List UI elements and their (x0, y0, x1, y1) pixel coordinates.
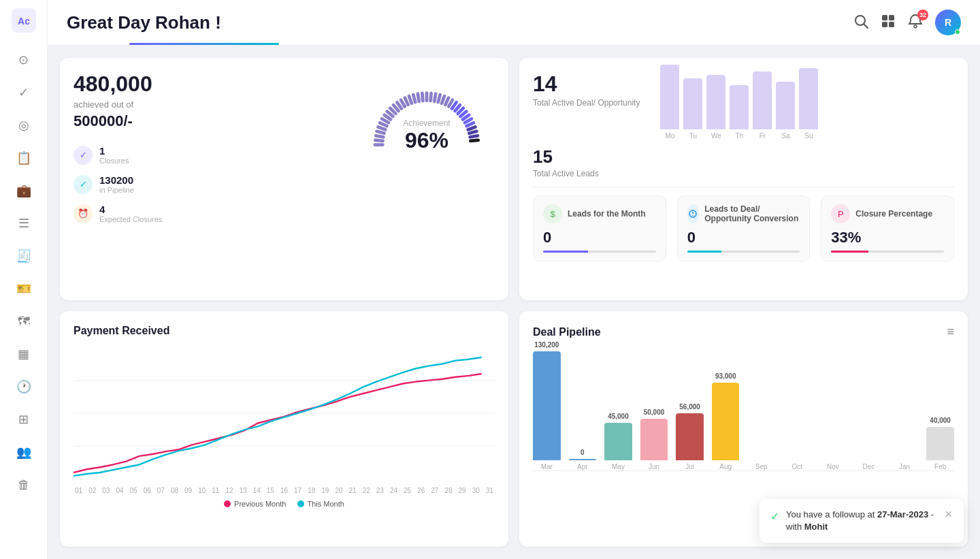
sidebar-item-targets[interactable]: ◎ (10, 112, 37, 139)
toast-date: 27-Mar-2023 (877, 509, 928, 520)
x-label: 29 (459, 487, 466, 494)
x-label: 09 (184, 487, 192, 494)
lead-label: Total Active Leads (533, 169, 954, 178)
notification-count: 32 (917, 10, 928, 20)
svg-rect-4 (882, 15, 887, 20)
lead-count-section: 15 Total Active Leads (533, 146, 954, 178)
svg-line-14 (380, 123, 387, 126)
svg-line-15 (382, 119, 389, 123)
pipeline-bar-value: 93,000 (715, 372, 736, 380)
sidebar-item-table[interactable]: ⊞ (10, 406, 37, 433)
pipeline-metric: ✓ 130200 in Pipeline (74, 174, 162, 194)
svg-line-43 (470, 135, 478, 137)
svg-line-41 (468, 127, 476, 130)
chart-legend: Previous Month This Month (74, 500, 495, 508)
x-label: 16 (280, 487, 288, 494)
svg-line-33 (448, 100, 453, 107)
svg-line-22 (405, 98, 408, 105)
pipeline-bar-label: Jul (685, 463, 694, 470)
bar-day-label: Fr (760, 132, 766, 140)
bar-day-label: Su (804, 132, 813, 140)
sidebar-item-clipboard[interactable]: 📋 (10, 144, 37, 172)
pipeline-bar-col-may: 45,000 May (604, 413, 632, 470)
expected-icon: ⏰ (74, 204, 93, 223)
svg-text:Ac: Ac (18, 16, 30, 27)
pipeline-bar-label: Apr (577, 463, 588, 470)
sidebar-item-layout[interactable]: ▦ (10, 340, 37, 368)
sidebar-item-map[interactable]: 🗺 (10, 308, 37, 335)
pipeline-value: 130200 (99, 174, 134, 186)
prev-month-label: Previous Month (234, 500, 286, 508)
notification-bell-icon[interactable]: 32 (908, 14, 923, 32)
leads-month-bar (543, 251, 656, 253)
sidebar-item-clock[interactable]: 🕐 (10, 373, 37, 400)
achievement-number: 480,000 (74, 71, 162, 97)
svg-line-3 (864, 24, 868, 28)
x-label: 01 (75, 487, 82, 494)
bar-day-label: Tu (689, 132, 697, 140)
bar-col-sa: Sa (776, 82, 795, 140)
bar (660, 65, 679, 129)
leads-month-card: $ Leads for the Month 0 (533, 195, 666, 261)
sidebar-item-trash[interactable]: 🗑 (10, 471, 37, 498)
svg-line-32 (445, 98, 448, 105)
pipeline-bar-col-aug: 93,000 Aug (712, 372, 740, 470)
pipeline-bar (712, 383, 740, 460)
pipeline-bar-col-feb: 40,000 Feb (926, 417, 954, 470)
toast-message: You have a followup at 27-Mar-2023 - wit… (786, 509, 938, 533)
sidebar-item-briefcase[interactable]: 💼 (10, 177, 37, 204)
svg-rect-6 (882, 22, 887, 27)
sidebar-item-list[interactable]: ☰ (10, 210, 37, 237)
bar-day-label: We (711, 132, 721, 140)
achievement-stats: 480,000 achieved out of 500000/- ✓ 1 Clo… (74, 71, 162, 223)
title-underline (129, 43, 279, 45)
prev-month-legend: Previous Month (224, 500, 286, 508)
x-label: 11 (212, 487, 219, 494)
x-label: 17 (294, 487, 301, 494)
sidebar-item-tasks[interactable]: ✓ (10, 79, 37, 106)
gauge-text: Achievement 96% (403, 118, 450, 153)
followup-toast: ✓ You have a followup at 27-Mar-2023 - w… (760, 499, 964, 543)
online-indicator (955, 29, 960, 35)
svg-line-24 (413, 95, 415, 102)
x-label: 06 (144, 487, 151, 494)
pipeline-bar-col-jun: 50,000 Jun (640, 409, 668, 470)
grid-icon[interactable] (881, 14, 896, 32)
x-label: 02 (88, 487, 96, 494)
this-month-legend: This Month (297, 500, 344, 508)
x-label: 24 (390, 487, 397, 494)
pipeline-bar-label: Sep (755, 463, 768, 470)
bar-col-fr: Fr (753, 71, 772, 140)
leads-conversion-header: Leads to Deal/ Opportunity Conversion (687, 204, 800, 223)
search-icon[interactable] (853, 14, 868, 32)
prev-month-dot (224, 500, 231, 507)
sidebar: Ac ⊙ ✓ ◎ 📋 💼 ☰ 🧾 🎫 🗺 ▦ 🕐 ⊞ 👥 🗑 (0, 0, 48, 559)
x-label: 22 (363, 487, 370, 494)
pipeline-bar-col-jan: Jan (891, 460, 919, 470)
pipeline-menu-icon[interactable]: ≡ (947, 325, 954, 339)
pipeline-header: Deal Pipeline ≡ (533, 325, 954, 339)
pipeline-bar-value: 40,000 (930, 417, 951, 424)
x-label: 23 (376, 487, 384, 494)
svg-line-23 (409, 96, 412, 103)
gauge-percent: 96% (403, 128, 450, 153)
bar-day-label: Sa (781, 132, 789, 140)
leads-month-icon: $ (543, 204, 562, 223)
bar (730, 85, 749, 129)
user-avatar[interactable]: R (935, 10, 961, 35)
sidebar-item-invoice[interactable]: 🧾 (10, 242, 37, 270)
x-axis-labels: 0102030405060708091011121314151617181920… (74, 487, 495, 494)
sidebar-item-ticket[interactable]: 🎫 (10, 275, 37, 302)
svg-rect-5 (889, 15, 894, 20)
achievement-main: 480,000 achieved out of 500000/- ✓ 1 Clo… (74, 71, 495, 223)
x-label: 12 (225, 487, 233, 494)
svg-line-12 (377, 131, 385, 133)
bar-col-tu: Tu (683, 78, 702, 140)
sidebar-item-users[interactable]: 👥 (10, 438, 37, 466)
toast-close-icon[interactable]: ✕ (945, 509, 953, 520)
payment-title: Payment Received (74, 325, 495, 337)
sidebar-item-home[interactable]: ⊙ (10, 46, 37, 74)
target-number: 500000/- (74, 112, 162, 130)
weekly-bar-chart: Mo Tu We Th Fr Sa Su (660, 71, 954, 140)
pipeline-bar-col-oct: Oct (783, 460, 811, 470)
